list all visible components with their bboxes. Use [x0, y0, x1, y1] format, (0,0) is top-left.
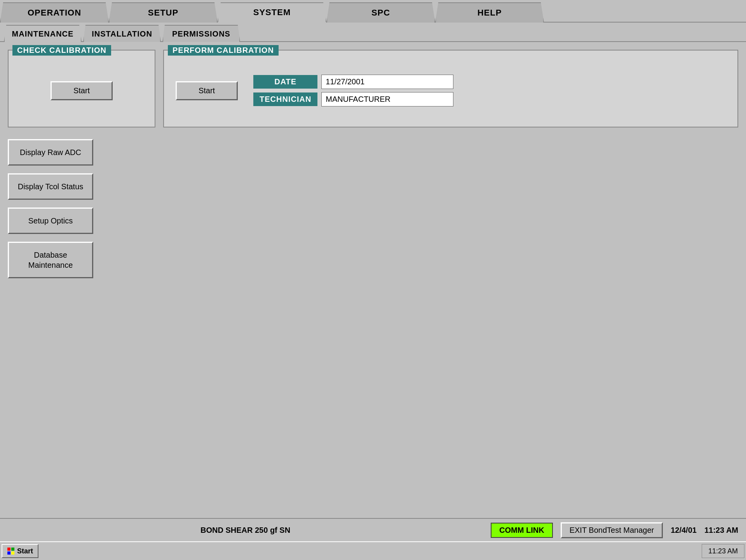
perform-calibration-panel: PERFORM CALIBRATION Start DATE TECHNICIA…: [163, 50, 738, 127]
svg-rect-0: [7, 548, 10, 551]
windows-icon: [7, 547, 15, 555]
start-button[interactable]: Start: [2, 544, 38, 558]
technician-label: TECHNICIAN: [253, 92, 317, 106]
exit-button[interactable]: EXIT BondTest Manager: [561, 522, 663, 538]
action-buttons: Display Raw ADC Display Tcol Status Setu…: [8, 139, 738, 278]
technician-input[interactable]: [321, 92, 453, 106]
perform-calibration-label: PERFORM CALIBRATION: [168, 45, 279, 56]
tab-help[interactable]: HELP: [435, 2, 544, 23]
tab-operation[interactable]: OPERATION: [0, 2, 109, 23]
tab-spc[interactable]: SPC: [326, 2, 435, 23]
setup-optics-button[interactable]: Setup Optics: [8, 208, 93, 234]
tab-system[interactable]: SYSTEM: [218, 2, 326, 23]
database-maintenance-button[interactable]: Database Maintenance: [8, 242, 93, 278]
status-bar: BOND SHEAR 250 gf SN COMM LINK EXIT Bond…: [0, 518, 746, 541]
top-nav: OPERATION SETUP SYSTEM SPC HELP: [0, 0, 746, 23]
calibration-fields: DATE TECHNICIAN: [253, 75, 453, 106]
status-date: 12/4/01: [671, 526, 697, 535]
perform-calibration-start-button[interactable]: Start: [176, 81, 238, 100]
taskbar-time: 11:23 AM: [702, 544, 744, 558]
check-calibration-start-button[interactable]: Start: [51, 81, 113, 100]
calibration-row: CHECK CALIBRATION Start PERFORM CALIBRAT…: [8, 50, 738, 127]
date-label: DATE: [253, 75, 317, 89]
taskbar: Start 11:23 AM: [0, 541, 746, 560]
svg-rect-3: [11, 551, 14, 555]
check-calibration-panel: CHECK CALIBRATION Start: [8, 50, 155, 127]
main-content: CHECK CALIBRATION Start PERFORM CALIBRAT…: [0, 42, 746, 518]
sub-tab-permissions[interactable]: PERMISSIONS: [162, 25, 240, 42]
display-raw-adc-button[interactable]: Display Raw ADC: [8, 139, 93, 166]
svg-rect-1: [11, 548, 14, 551]
display-tcol-status-button[interactable]: Display Tcol Status: [8, 173, 93, 200]
check-calibration-label: CHECK CALIBRATION: [12, 45, 111, 56]
svg-rect-2: [7, 551, 10, 555]
sub-tabs: MAINTENANCE INSTALLATION PERMISSIONS: [0, 23, 746, 42]
sub-tab-maintenance[interactable]: MAINTENANCE: [4, 25, 82, 42]
date-input[interactable]: [321, 75, 453, 89]
tab-setup[interactable]: SETUP: [109, 2, 218, 23]
status-time: 11:23 AM: [704, 526, 738, 535]
comm-link-button[interactable]: COMM LINK: [491, 523, 553, 538]
sub-tab-installation[interactable]: INSTALLATION: [83, 25, 161, 42]
bond-info: BOND SHEAR 250 gf SN: [8, 526, 483, 535]
